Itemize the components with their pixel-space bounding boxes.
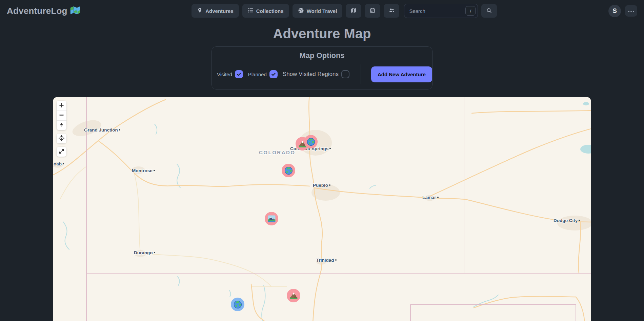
users-icon bbox=[388, 7, 395, 15]
nav-map-button[interactable] bbox=[346, 4, 361, 18]
toggle-visited-checkbox bbox=[235, 70, 243, 78]
toggle-planned[interactable]: Planned bbox=[248, 70, 278, 78]
city-dot bbox=[329, 148, 331, 149]
map-options-row: Visited Planned Show Visited Regions Add… bbox=[217, 64, 427, 84]
city-label: Durango bbox=[134, 250, 155, 255]
city-dot bbox=[329, 184, 330, 186]
city-dot bbox=[63, 163, 64, 164]
city-dot bbox=[579, 220, 580, 221]
search-icon bbox=[486, 7, 492, 15]
calendar-icon bbox=[369, 7, 376, 15]
nav-world-travel-label: World Travel bbox=[307, 8, 337, 14]
navbar: AdventureLog Adventures bbox=[0, 0, 644, 22]
ellipsis-icon bbox=[628, 8, 634, 14]
overflow-menu-button[interactable] bbox=[625, 5, 637, 17]
compass-button[interactable] bbox=[57, 120, 66, 130]
city-dot bbox=[154, 170, 155, 171]
compass-icon bbox=[59, 122, 64, 129]
nav-adventures-label: Adventures bbox=[205, 8, 234, 14]
city-label: oab bbox=[54, 161, 64, 166]
fullscreen-control bbox=[57, 147, 66, 157]
nav-collections-button[interactable]: Collections bbox=[242, 4, 289, 18]
page-title: Adventure Map bbox=[0, 26, 644, 41]
toggle-show-visited-regions-checkbox bbox=[341, 70, 349, 78]
globe-icon bbox=[298, 7, 304, 15]
minus-icon bbox=[59, 112, 64, 119]
nav-users-button[interactable] bbox=[384, 4, 399, 18]
toggle-visited-label: Visited bbox=[217, 72, 232, 77]
map-canvas[interactable]: Grand JunctionoabMontroseColorado Spring… bbox=[53, 97, 591, 321]
nav-right: S bbox=[608, 5, 637, 17]
globe-icon bbox=[284, 166, 293, 175]
city-label: Lamar bbox=[422, 195, 439, 200]
city-dot bbox=[335, 259, 337, 261]
city-dot bbox=[119, 129, 120, 131]
map-icon bbox=[350, 7, 357, 15]
zoom-control-group bbox=[57, 101, 66, 130]
options-divider bbox=[361, 64, 361, 84]
toggle-planned-checkbox bbox=[269, 70, 278, 78]
nav-collections-label: Collections bbox=[256, 8, 284, 14]
avatar[interactable]: S bbox=[608, 5, 621, 17]
geolocate-button[interactable] bbox=[57, 134, 66, 143]
globe-icon bbox=[233, 300, 242, 309]
folded-map-logo-icon bbox=[70, 6, 80, 16]
geolocate-icon bbox=[58, 135, 65, 142]
globe-marker[interactable] bbox=[231, 298, 244, 311]
city-label: Dodge City bbox=[554, 218, 580, 223]
nav-center: Adventures Collections World Travel bbox=[192, 4, 497, 18]
map-pin-icon bbox=[197, 7, 203, 14]
nav-calendar-button[interactable] bbox=[365, 4, 380, 18]
city-label: Trinidad bbox=[316, 258, 337, 263]
add-new-adventure-button[interactable]: Add New Adventure bbox=[371, 66, 432, 82]
search-button[interactable] bbox=[481, 4, 497, 18]
city-dot bbox=[437, 197, 439, 198]
fullscreen-icon bbox=[59, 148, 64, 155]
globe-icon bbox=[306, 137, 316, 146]
park-marker[interactable] bbox=[265, 212, 278, 225]
brand-name: AdventureLog bbox=[7, 6, 67, 16]
state-label: COLORADO bbox=[259, 150, 296, 155]
avatar-initial: S bbox=[612, 7, 617, 15]
city-label: Grand Junction bbox=[84, 127, 120, 133]
fullscreen-button[interactable] bbox=[57, 147, 66, 157]
zoom-out-button[interactable] bbox=[57, 111, 66, 120]
toggle-visited[interactable]: Visited bbox=[217, 70, 243, 78]
search-shortcut-kbd: / bbox=[465, 6, 476, 16]
city-label: Pueblo bbox=[313, 183, 330, 188]
city-dot bbox=[154, 252, 155, 253]
globe-marker[interactable] bbox=[304, 135, 318, 148]
toggle-show-visited-regions[interactable]: Show Visited Regions bbox=[283, 70, 349, 78]
park-icon bbox=[267, 214, 276, 223]
nav-world-travel-button[interactable]: World Travel bbox=[293, 4, 343, 18]
city-label: Montrose bbox=[132, 168, 155, 173]
map-options-card: Map Options Visited Planned Show Visited… bbox=[212, 46, 432, 89]
map-options-title: Map Options bbox=[217, 51, 427, 60]
plus-icon bbox=[59, 102, 64, 109]
geolocate-control bbox=[57, 134, 66, 143]
search-wrap: / bbox=[404, 4, 478, 18]
brand-link[interactable]: AdventureLog bbox=[7, 6, 80, 16]
list-icon bbox=[248, 7, 254, 14]
globe-marker[interactable] bbox=[282, 164, 295, 177]
map-artwork bbox=[53, 97, 591, 321]
toggle-show-visited-regions-label: Show Visited Regions bbox=[283, 71, 339, 78]
mountain-icon bbox=[289, 291, 298, 300]
mountain-marker[interactable] bbox=[287, 289, 300, 302]
toggle-planned-label: Planned bbox=[248, 72, 267, 77]
nav-adventures-button[interactable]: Adventures bbox=[192, 4, 239, 18]
zoom-in-button[interactable] bbox=[57, 101, 66, 111]
